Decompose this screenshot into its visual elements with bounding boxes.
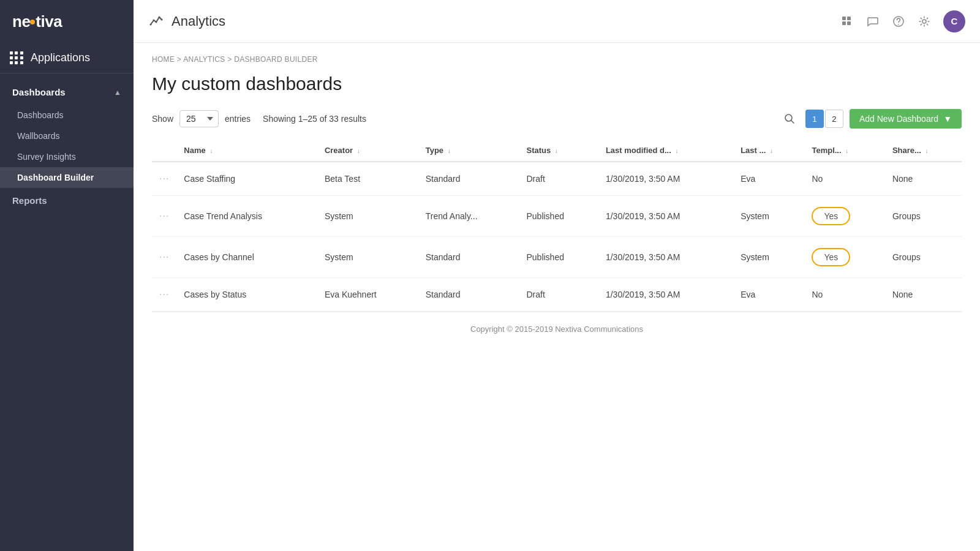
col-shared[interactable]: Share... ↓ xyxy=(885,140,962,162)
grid-icon[interactable] xyxy=(840,15,854,28)
data-table: Name ↓ Creator ↓ Type ↓ Status ↓ xyxy=(152,140,962,312)
topbar-right: C xyxy=(840,10,965,32)
name-sort-icon: ↓ xyxy=(209,148,213,154)
applications-section[interactable]: Applications xyxy=(0,40,134,73)
table-row: ··· Cases by Channel System Standard Pub… xyxy=(152,237,962,278)
svg-point-0 xyxy=(150,23,152,25)
col-last[interactable]: Last ... ↓ xyxy=(733,140,804,162)
status-cell: Draft xyxy=(519,162,598,196)
sidebar: netiva Applications Dashboards ▲ Dashboa… xyxy=(0,0,134,551)
logo-area: netiva xyxy=(0,0,134,40)
last-modified-cell: 1/30/2019, 3:50 AM xyxy=(598,237,733,278)
sidebar-item-wallboards[interactable]: Wallboards xyxy=(0,126,134,146)
creator-cell: System xyxy=(317,237,418,278)
shared-sort-icon: ↓ xyxy=(925,148,929,154)
last-modified-cell: 1/30/2019, 3:50 AM xyxy=(598,278,733,312)
name-cell: Case Trend Analysis xyxy=(176,196,317,237)
breadcrumb-current: DASHBOARD BUILDER xyxy=(234,55,317,64)
sidebar-item-dashboards[interactable]: Dashboards xyxy=(0,105,134,126)
breadcrumb-analytics: ANALYTICS xyxy=(183,55,225,64)
sidebar-item-survey-insights[interactable]: Survey Insights xyxy=(0,146,134,167)
template-cell: Yes xyxy=(804,237,884,278)
last-cell: System xyxy=(733,237,804,278)
col-status[interactable]: Status ↓ xyxy=(519,140,598,162)
add-icon: ▼ xyxy=(943,114,952,124)
shared-cell: Groups xyxy=(885,196,962,237)
type-sort-icon: ↓ xyxy=(448,148,451,154)
page-title: My custom dashboards xyxy=(152,73,962,94)
svg-rect-7 xyxy=(842,21,846,25)
results-info: Showing 1–25 of 33 results xyxy=(263,114,366,124)
entries-select[interactable]: 10 25 50 100 xyxy=(179,110,219,127)
status-sort-icon: ↓ xyxy=(555,148,558,154)
col-template[interactable]: Templ... ↓ xyxy=(804,140,884,162)
page-2-button[interactable]: 2 xyxy=(825,110,843,128)
type-cell: Trend Analy... xyxy=(418,196,519,237)
main-area: Analytics xyxy=(134,0,980,551)
last-cell: System xyxy=(733,196,804,237)
breadcrumb-sep1: > xyxy=(177,55,181,64)
svg-point-2 xyxy=(156,21,157,23)
col-menu xyxy=(152,140,176,162)
col-creator[interactable]: Creator ↓ xyxy=(317,140,418,162)
last-modified-cell: 1/30/2019, 3:50 AM xyxy=(598,162,733,196)
add-new-dashboard-button[interactable]: Add New Dashboard ▼ xyxy=(850,109,962,129)
copyright-text: Copyright © 2015-2019 Nextiva Communicat… xyxy=(470,324,643,334)
table-controls: Show 10 25 50 100 entries Showing 1–25 o… xyxy=(152,109,962,129)
content-area: HOME > ANALYTICS > DASHBOARD BUILDER My … xyxy=(134,43,980,551)
last-cell: Eva xyxy=(733,278,804,312)
page-1-button[interactable]: 1 xyxy=(805,110,824,128)
table-body: ··· Case Staffing Beta Test Standard Dra… xyxy=(152,162,962,312)
page-header-title: Analytics xyxy=(172,13,225,29)
svg-rect-8 xyxy=(847,21,851,25)
col-last-modified[interactable]: Last modified d... ↓ xyxy=(598,140,733,162)
row-menu[interactable]: ··· xyxy=(152,196,176,237)
type-cell: Standard xyxy=(418,278,519,312)
last-modified-sort-icon: ↓ xyxy=(675,148,678,154)
chat-icon[interactable] xyxy=(866,15,880,28)
footer: Copyright © 2015-2019 Nextiva Communicat… xyxy=(152,312,962,346)
template-cell: Yes xyxy=(804,196,884,237)
yes-badge: Yes xyxy=(812,207,850,225)
table-row: ··· Case Staffing Beta Test Standard Dra… xyxy=(152,162,962,196)
sidebar-item-reports[interactable]: Reports xyxy=(0,188,134,213)
svg-point-1 xyxy=(153,19,155,21)
breadcrumb: HOME > ANALYTICS > DASHBOARD BUILDER xyxy=(152,55,962,64)
col-type[interactable]: Type ↓ xyxy=(418,140,519,162)
analytics-nav-icon xyxy=(148,12,164,31)
svg-rect-5 xyxy=(842,17,846,20)
chevron-up-icon: ▲ xyxy=(114,88,121,97)
search-button[interactable] xyxy=(780,109,799,129)
status-cell: Published xyxy=(519,196,598,237)
row-menu[interactable]: ··· xyxy=(152,237,176,278)
status-cell: Draft xyxy=(519,278,598,312)
name-cell: Cases by Channel xyxy=(176,237,317,278)
breadcrumb-sep2: > xyxy=(227,55,232,64)
svg-point-10 xyxy=(898,24,899,25)
grid-apps-icon xyxy=(10,51,23,64)
topbar-left: Analytics xyxy=(148,12,225,31)
show-label: Show xyxy=(152,114,173,124)
last-sort-icon: ↓ xyxy=(770,148,773,154)
user-avatar[interactable]: C xyxy=(943,10,965,32)
row-menu[interactable]: ··· xyxy=(152,278,176,312)
pagination: 1 2 xyxy=(805,110,843,128)
sidebar-item-dashboard-builder[interactable]: Dashboard Builder xyxy=(0,167,134,188)
entries-label: entries xyxy=(225,114,251,124)
row-menu[interactable]: ··· xyxy=(152,162,176,196)
creator-cell: Eva Kuehnert xyxy=(317,278,418,312)
col-name[interactable]: Name ↓ xyxy=(176,140,317,162)
help-icon[interactable] xyxy=(892,15,905,28)
breadcrumb-home: HOME xyxy=(152,55,175,64)
settings-icon[interactable] xyxy=(918,15,931,28)
svg-point-4 xyxy=(161,18,163,20)
shared-cell: None xyxy=(885,278,962,312)
type-cell: Standard xyxy=(418,237,519,278)
nav-group-dashboards[interactable]: Dashboards ▲ xyxy=(0,80,134,105)
table-controls-right: 1 2 Add New Dashboard ▼ xyxy=(780,109,962,129)
name-cell: Cases by Status xyxy=(176,278,317,312)
dashboards-sub-items: Dashboards Wallboards Survey Insights Da… xyxy=(0,105,134,188)
applications-label: Applications xyxy=(31,51,90,64)
template-cell: No xyxy=(804,162,884,196)
last-modified-cell: 1/30/2019, 3:50 AM xyxy=(598,196,733,237)
